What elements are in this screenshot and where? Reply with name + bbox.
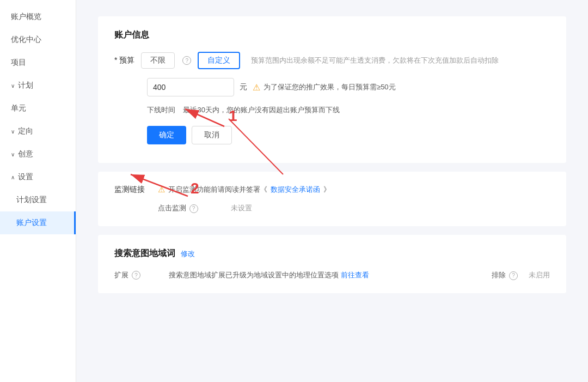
search-title-text: 搜索意图地域词: [114, 248, 175, 259]
search-row: 扩展 ? 搜索意图地域扩展已升级为地域设置中的地理位置选项 前往查看 排除 ? …: [114, 270, 550, 280]
sidebar-item-label: 创意: [18, 149, 33, 159]
sidebar: 账户概览 优化中心 项目 ∨ 计划 单元 ∨ 定向 ∨ 创意 ∧ 设置 计划设置: [0, 0, 76, 382]
budget-help-icon[interactable]: ?: [182, 56, 191, 65]
main-content: 账户信息 * 预算 不限 ? 自定义 预算范围内出现余额不足可能产生透支消费，欠…: [76, 0, 588, 382]
search-intent-section: 搜索意图地域词 修改 扩展 ? 搜索意图地域扩展已升级为地域设置中的地理位置选项…: [98, 235, 566, 293]
sidebar-item-label: 账户设置: [16, 218, 47, 228]
sidebar-item-settings[interactable]: ∧ 设置: [0, 166, 76, 189]
cancel-button[interactable]: 取消: [192, 126, 232, 144]
budget-label: * 预算: [114, 56, 134, 65]
sidebar-item-label: 计划设置: [16, 195, 47, 205]
offline-text: 最近30天内，您的账户没有因超出账户预算而下线: [183, 106, 339, 114]
sidebar-item-unit[interactable]: 单元: [0, 97, 76, 120]
chevron-down-icon: ∨: [11, 129, 15, 135]
budget-amount-input[interactable]: [147, 78, 234, 96]
sidebar-item-overview[interactable]: 账户概览: [0, 5, 76, 28]
exclude-label: 排除 ?: [492, 270, 518, 280]
monitor-section: 监测链接 ⚠ 开启监测功能前请阅读并签署《 数据安全承诺函 》 点击监测 ? 未…: [98, 172, 566, 226]
modify-link[interactable]: 修改: [181, 249, 195, 259]
sidebar-item-label: 设置: [18, 172, 33, 182]
sidebar-item-label: 定向: [18, 126, 33, 136]
budget-warning: ⚠ 为了保证您的推广效果，每日预算需≥50元: [253, 82, 396, 93]
sidebar-item-plan-settings[interactable]: 计划设置: [0, 189, 76, 211]
exclude-help-icon[interactable]: ?: [509, 271, 518, 280]
monitor-row: 监测链接 ⚠ 开启监测功能前请阅读并签署《 数据安全承诺函 》: [114, 185, 550, 195]
monitor-warning-suffix: 》: [323, 185, 330, 195]
budget-label-text: * 预算: [114, 56, 134, 65]
expand-link[interactable]: 前往查看: [341, 271, 369, 279]
action-row: 确定 取消: [147, 126, 550, 144]
chevron-up-icon: ∧: [11, 174, 15, 180]
account-info-section: 账户信息 * 预算 不限 ? 自定义 预算范围内出现余额不足可能产生透支消费，欠…: [98, 16, 566, 163]
sidebar-item-targeting[interactable]: ∨ 定向: [0, 120, 76, 143]
sidebar-item-plan[interactable]: ∨ 计划: [0, 74, 76, 97]
sidebar-item-label: 单元: [11, 104, 26, 113]
sidebar-item-label: 项目: [11, 58, 26, 68]
sidebar-item-project[interactable]: 项目: [0, 51, 76, 74]
expand-label: 扩展 ?: [114, 270, 158, 280]
click-monitor-label: 点击监测 ?: [158, 203, 198, 213]
monitor-warning-prefix: 开启监测功能前请阅读并签署《: [168, 185, 267, 195]
budget-warning-text: 为了保证您的推广效果，每日预算需≥50元: [264, 82, 396, 92]
chevron-down-icon: ∨: [11, 83, 15, 89]
sidebar-item-account-settings[interactable]: 账户设置: [0, 211, 76, 234]
budget-hint-text: 预算范围内出现余额不足可能产生透支消费，欠款将在下次充值加款后自动扣除: [251, 56, 499, 65]
amount-unit: 元: [240, 82, 247, 92]
sidebar-item-optimize[interactable]: 优化中心: [0, 28, 76, 51]
exclude-col: 排除 ? 未启用: [492, 270, 550, 280]
expand-help-icon[interactable]: ?: [132, 271, 140, 280]
monitor-link[interactable]: 数据安全承诺函: [271, 185, 320, 195]
offline-label: 下线时间: [147, 106, 175, 114]
sidebar-item-creative[interactable]: ∨ 创意: [0, 143, 76, 166]
offline-info: 下线时间 最近30天内，您的账户没有因超出账户预算而下线: [147, 105, 550, 115]
sidebar-item-label: 优化中心: [11, 35, 41, 45]
warning-icon: ⚠: [158, 185, 165, 195]
budget-custom-btn[interactable]: 自定义: [198, 52, 240, 69]
warning-icon: ⚠: [253, 82, 260, 93]
sidebar-item-label: 计划: [18, 81, 33, 90]
click-monitor-help-icon[interactable]: ?: [189, 204, 198, 213]
click-monitor-value: 未设置: [231, 203, 252, 213]
confirm-button[interactable]: 确定: [147, 126, 186, 144]
monitor-warning: ⚠ 开启监测功能前请阅读并签署《 数据安全承诺函 》: [158, 185, 330, 195]
expand-desc: 搜索意图地域扩展已升级为地域设置中的地理位置选项 前往查看: [169, 270, 481, 280]
budget-unlimited-btn[interactable]: 不限: [141, 52, 175, 69]
amount-row: 元 ⚠ 为了保证您的推广效果，每日预算需≥50元: [147, 78, 550, 96]
account-info-title: 账户信息: [114, 29, 550, 41]
monitor-label: 监测链接: [114, 185, 152, 195]
budget-row: * 预算 不限 ? 自定义 预算范围内出现余额不足可能产生透支消费，欠款将在下次…: [114, 52, 550, 69]
exclude-value: 未启用: [529, 270, 550, 280]
sidebar-item-label: 账户概览: [11, 12, 41, 22]
monitor-detail-row: 点击监测 ? 未设置: [158, 203, 550, 213]
search-section-title: 搜索意图地域词 修改: [114, 248, 550, 259]
chevron-down-icon: ∨: [11, 151, 15, 157]
